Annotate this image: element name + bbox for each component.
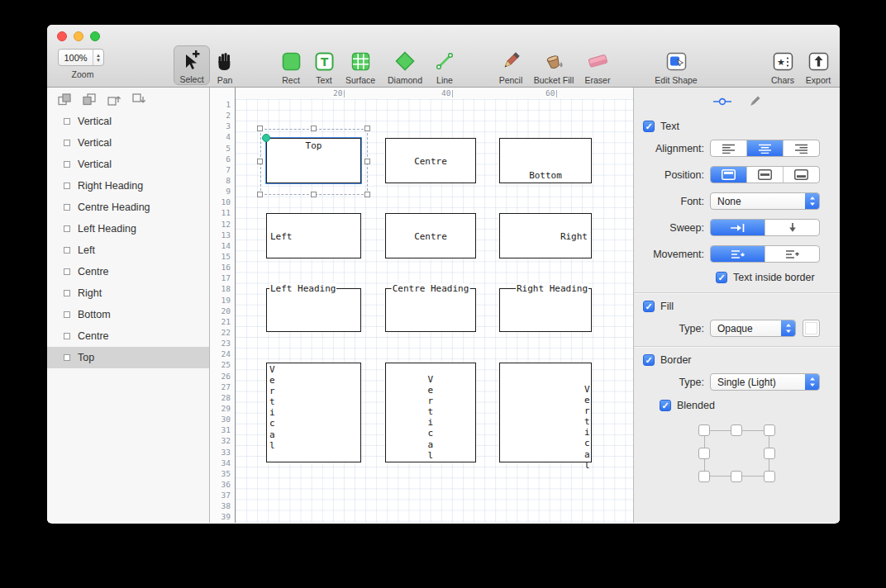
tool-pan[interactable]: Pan — [200, 45, 250, 85]
border-type-label: Type: — [634, 377, 710, 388]
selection-handle-ne[interactable] — [364, 126, 370, 131]
layer-item[interactable]: Centre Heading — [47, 197, 209, 218]
layer-item[interactable]: Vertical — [47, 111, 209, 132]
shape-box-vertical-left[interactable]: Vertical — [266, 363, 361, 462]
shape-text: Vertical — [584, 384, 590, 471]
shape-box-centre-heading[interactable]: Centre Heading — [385, 288, 476, 332]
shape-box-right-heading[interactable]: Right Heading — [499, 288, 592, 332]
border-side-toggle-ne[interactable] — [764, 424, 775, 436]
border-side-toggle-n[interactable] — [731, 424, 742, 436]
sweep-down-button[interactable] — [765, 220, 819, 235]
geometry-tab-icon[interactable] — [713, 96, 731, 110]
border-section-checkbox[interactable] — [643, 354, 655, 366]
selection-anchor-handle[interactable] — [262, 134, 270, 142]
tool-surface[interactable]: Surface — [336, 45, 385, 85]
tool-line[interactable]: Line — [420, 45, 469, 85]
ruler-row-number: 19 — [210, 295, 235, 306]
selection-handle-e[interactable] — [364, 159, 370, 164]
border-side-toggle-w[interactable] — [698, 448, 710, 459]
shape-box-left[interactable]: Left — [266, 213, 361, 258]
tool-edit-shape[interactable]: Edit Shape — [651, 45, 701, 85]
layer-item[interactable]: Centre — [47, 261, 209, 282]
tool-bucket-fill[interactable]: Bucket Fill — [529, 45, 579, 85]
bring-forward-button[interactable] — [58, 93, 72, 106]
shape-box-left-heading[interactable]: Left Heading — [266, 288, 361, 332]
align-left-button[interactable] — [711, 140, 747, 156]
tool-pencil[interactable]: Pencil — [486, 45, 536, 85]
selection-handle-se[interactable] — [364, 192, 370, 197]
layer-item[interactable]: Bottom — [47, 304, 209, 325]
movement-down-button[interactable] — [711, 246, 765, 262]
sweep-right-button[interactable] — [711, 220, 765, 235]
border-side-toggle-nw[interactable] — [698, 424, 710, 436]
selection-handle-n[interactable] — [311, 126, 317, 131]
layer-item[interactable]: Left Heading — [47, 218, 209, 239]
shape-box-bottom[interactable]: Bottom — [499, 138, 592, 183]
layer-item[interactable]: Left — [47, 239, 209, 261]
fill-section-checkbox[interactable] — [643, 301, 655, 312]
layer-item[interactable]: Right — [47, 282, 209, 304]
style-tab-icon[interactable] — [748, 95, 761, 111]
shape-text: Vertical — [428, 374, 434, 461]
border-sides-widget — [698, 424, 775, 482]
zoom-stepper-arrows-icon[interactable]: ▲▼ — [93, 50, 103, 65]
shape-text: Bottom — [529, 170, 562, 181]
shape-box-centre-v[interactable]: Centre — [385, 138, 476, 183]
selection-handle-sw[interactable] — [257, 192, 263, 197]
text-inside-border-checkbox[interactable] — [716, 272, 727, 283]
move-down-button[interactable] — [132, 93, 146, 106]
tool-line-label: Line — [436, 75, 453, 85]
ruler-row-number: 26 — [210, 371, 235, 382]
movement-up-button[interactable] — [765, 246, 819, 262]
text-section-checkbox[interactable] — [643, 121, 655, 132]
minimize-window-button[interactable] — [74, 31, 83, 41]
border-side-toggle-e[interactable] — [764, 448, 775, 459]
position-middle-button[interactable] — [747, 167, 784, 183]
ruler-row-number: 22 — [210, 327, 235, 338]
layer-item[interactable]: Vertical — [47, 132, 209, 154]
tool-eraser[interactable]: Eraser — [573, 45, 622, 85]
svg-text:★: ★ — [777, 56, 785, 67]
border-type-popup[interactable]: Single (Light) — [710, 373, 820, 391]
sweep-segmented-control — [710, 219, 820, 236]
font-popup[interactable]: None — [710, 192, 820, 210]
ruler-row-number: 39 — [210, 511, 235, 522]
layer-item[interactable]: Right Heading — [47, 175, 209, 197]
selection-handle-nw[interactable] — [257, 126, 263, 131]
movement-label: Movement: — [634, 249, 710, 260]
zoom-stepper[interactable]: 100% ▲▼ — [58, 49, 104, 66]
selection-handle-s[interactable] — [311, 192, 317, 197]
zoom-window-button[interactable] — [90, 31, 100, 41]
border-side-toggle-s[interactable] — [731, 471, 742, 482]
fill-color-well[interactable] — [803, 320, 820, 337]
diamond-shape-icon — [395, 49, 415, 74]
shape-box-vertical-right[interactable]: Vertical — [499, 363, 592, 462]
shape-box-vertical-centre[interactable]: Vertical — [385, 363, 476, 462]
shape-text: Right — [560, 230, 588, 241]
position-bottom-button[interactable] — [784, 167, 819, 183]
canvas[interactable]: 20 40 60 1234567891011121314151617181920… — [210, 88, 633, 523]
layer-item[interactable]: Vertical — [47, 154, 209, 175]
close-window-button[interactable] — [57, 31, 67, 41]
align-right-button[interactable] — [784, 140, 819, 156]
shape-text: Centre Heading — [392, 283, 470, 294]
tool-export[interactable]: Export — [793, 45, 840, 85]
layer-label: Centre — [78, 330, 109, 342]
align-center-button[interactable] — [747, 140, 784, 156]
layer-item[interactable]: Centre — [47, 325, 209, 347]
layer-item[interactable]: Top — [47, 347, 209, 368]
layer-shape-icon — [64, 140, 70, 146]
send-backward-button[interactable] — [83, 93, 97, 106]
move-up-button[interactable] — [107, 93, 121, 106]
tool-chars-label: Chars — [771, 75, 794, 85]
shape-box-centre-h[interactable]: Centre — [385, 213, 476, 258]
blended-checkbox[interactable] — [660, 400, 671, 411]
shape-text: Right Heading — [516, 283, 588, 294]
alignment-label: Alignment: — [634, 143, 710, 154]
border-side-toggle-se[interactable] — [764, 471, 775, 482]
position-top-button[interactable] — [711, 167, 747, 183]
fill-type-popup[interactable]: Opaque — [710, 320, 796, 337]
selection-handle-w[interactable] — [257, 159, 263, 164]
shape-box-right[interactable]: Right — [499, 213, 592, 258]
border-side-toggle-sw[interactable] — [698, 471, 710, 482]
